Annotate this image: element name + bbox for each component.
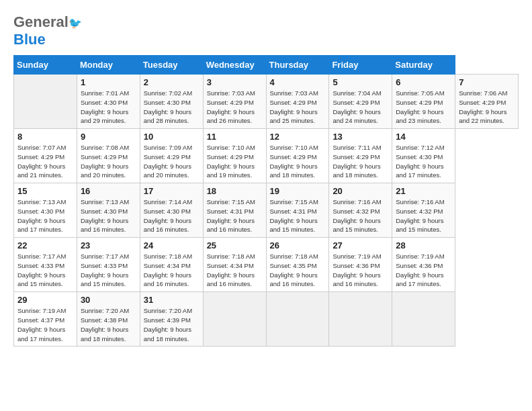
calendar-cell (392, 292, 455, 347)
day-info: Sunrise: 7:15 AM Sunset: 4:31 PM Dayligh… (207, 197, 263, 234)
week-row-2: 8Sunrise: 7:07 AM Sunset: 4:29 PM Daylig… (14, 129, 519, 183)
day-info: Sunrise: 7:18 AM Sunset: 4:34 PM Dayligh… (144, 252, 200, 289)
day-number: 27 (332, 240, 388, 250)
day-info: Sunrise: 7:09 AM Sunset: 4:29 PM Dayligh… (144, 143, 200, 180)
calendar-cell: 25Sunrise: 7:18 AM Sunset: 4:34 PM Dayli… (203, 238, 266, 292)
calendar-cell (14, 75, 77, 129)
day-number: 8 (17, 132, 73, 142)
day-info: Sunrise: 7:19 AM Sunset: 4:37 PM Dayligh… (17, 306, 73, 343)
day-number: 20 (332, 186, 388, 196)
day-number: 12 (270, 132, 326, 142)
calendar-cell: 29Sunrise: 7:19 AM Sunset: 4:37 PM Dayli… (14, 292, 77, 347)
day-number: 30 (81, 295, 136, 305)
day-info: Sunrise: 7:18 AM Sunset: 4:35 PM Dayligh… (270, 252, 326, 289)
calendar-cell: 9Sunrise: 7:08 AM Sunset: 4:29 PM Daylig… (77, 129, 140, 183)
day-number: 11 (207, 132, 263, 142)
calendar-body: 1Sunrise: 7:01 AM Sunset: 4:30 PM Daylig… (14, 75, 519, 347)
day-info: Sunrise: 7:05 AM Sunset: 4:29 PM Dayligh… (396, 89, 451, 126)
day-info: Sunrise: 7:03 AM Sunset: 4:29 PM Dayligh… (207, 89, 263, 126)
weekday-sunday: Sunday (14, 56, 77, 75)
day-number: 16 (81, 186, 136, 196)
calendar-cell: 13Sunrise: 7:11 AM Sunset: 4:29 PM Dayli… (329, 129, 392, 183)
calendar-cell: 23Sunrise: 7:17 AM Sunset: 4:33 PM Dayli… (77, 238, 140, 292)
day-number: 4 (270, 77, 326, 87)
calendar-cell: 6Sunrise: 7:05 AM Sunset: 4:29 PM Daylig… (392, 75, 455, 129)
week-row-4: 22Sunrise: 7:17 AM Sunset: 4:33 PM Dayli… (14, 238, 519, 292)
calendar-cell: 12Sunrise: 7:10 AM Sunset: 4:29 PM Dayli… (266, 129, 329, 183)
day-number: 24 (144, 240, 200, 250)
day-number: 18 (207, 186, 263, 196)
calendar-cell: 19Sunrise: 7:15 AM Sunset: 4:31 PM Dayli… (266, 183, 329, 238)
day-info: Sunrise: 7:10 AM Sunset: 4:29 PM Dayligh… (270, 143, 326, 180)
day-number: 6 (396, 77, 451, 87)
day-number: 5 (332, 77, 388, 87)
day-number: 31 (144, 295, 200, 305)
day-info: Sunrise: 7:01 AM Sunset: 4:30 PM Dayligh… (81, 89, 136, 126)
day-info: Sunrise: 7:13 AM Sunset: 4:30 PM Dayligh… (17, 197, 73, 234)
calendar-header: SundayMondayTuesdayWednesdayThursdayFrid… (14, 56, 519, 75)
day-info: Sunrise: 7:19 AM Sunset: 4:36 PM Dayligh… (332, 252, 388, 289)
day-info: Sunrise: 7:20 AM Sunset: 4:39 PM Dayligh… (144, 306, 200, 343)
day-info: Sunrise: 7:15 AM Sunset: 4:31 PM Dayligh… (270, 197, 326, 234)
day-number: 2 (144, 77, 200, 87)
day-info: Sunrise: 7:17 AM Sunset: 4:33 PM Dayligh… (17, 252, 73, 289)
header: General🐦 Blue (13, 13, 519, 48)
day-info: Sunrise: 7:04 AM Sunset: 4:29 PM Dayligh… (332, 89, 388, 126)
calendar-cell: 3Sunrise: 7:03 AM Sunset: 4:29 PM Daylig… (203, 75, 266, 129)
calendar-cell: 18Sunrise: 7:15 AM Sunset: 4:31 PM Dayli… (203, 183, 266, 238)
day-info: Sunrise: 7:20 AM Sunset: 4:38 PM Dayligh… (81, 306, 136, 343)
weekday-header-row: SundayMondayTuesdayWednesdayThursdayFrid… (14, 56, 519, 75)
weekday-wednesday: Wednesday (203, 56, 266, 75)
day-info: Sunrise: 7:12 AM Sunset: 4:30 PM Dayligh… (396, 143, 451, 180)
calendar-cell: 20Sunrise: 7:16 AM Sunset: 4:32 PM Dayli… (329, 183, 392, 238)
calendar-cell: 10Sunrise: 7:09 AM Sunset: 4:29 PM Dayli… (140, 129, 203, 183)
day-info: Sunrise: 7:10 AM Sunset: 4:29 PM Dayligh… (207, 143, 263, 180)
day-number: 9 (81, 132, 136, 142)
day-info: Sunrise: 7:16 AM Sunset: 4:32 PM Dayligh… (396, 197, 451, 234)
day-number: 22 (17, 240, 73, 250)
day-number: 25 (207, 240, 263, 250)
weekday-tuesday: Tuesday (140, 56, 203, 75)
calendar-cell: 7Sunrise: 7:06 AM Sunset: 4:29 PM Daylig… (455, 75, 519, 129)
calendar-cell: 27Sunrise: 7:19 AM Sunset: 4:36 PM Dayli… (329, 238, 392, 292)
calendar-table: SundayMondayTuesdayWednesdayThursdayFrid… (13, 55, 519, 347)
weekday-thursday: Thursday (266, 56, 329, 75)
calendar-cell: 2Sunrise: 7:02 AM Sunset: 4:30 PM Daylig… (140, 75, 203, 129)
day-number: 1 (81, 77, 136, 87)
day-number: 7 (459, 77, 515, 87)
day-number: 17 (144, 186, 200, 196)
calendar-cell: 21Sunrise: 7:16 AM Sunset: 4:32 PM Dayli… (392, 183, 455, 238)
day-info: Sunrise: 7:14 AM Sunset: 4:30 PM Dayligh… (144, 197, 200, 234)
logo-blue: Blue (13, 31, 46, 48)
day-info: Sunrise: 7:08 AM Sunset: 4:29 PM Dayligh… (81, 143, 136, 180)
calendar-cell: 16Sunrise: 7:13 AM Sunset: 4:30 PM Dayli… (77, 183, 140, 238)
week-row-1: 1Sunrise: 7:01 AM Sunset: 4:30 PM Daylig… (14, 75, 519, 129)
calendar-cell: 26Sunrise: 7:18 AM Sunset: 4:35 PM Dayli… (266, 238, 329, 292)
day-info: Sunrise: 7:17 AM Sunset: 4:33 PM Dayligh… (81, 252, 136, 289)
day-number: 3 (207, 77, 263, 87)
logo: General🐦 Blue (13, 13, 82, 48)
day-number: 23 (81, 240, 136, 250)
day-info: Sunrise: 7:07 AM Sunset: 4:29 PM Dayligh… (17, 143, 73, 180)
calendar-cell: 15Sunrise: 7:13 AM Sunset: 4:30 PM Dayli… (14, 183, 77, 238)
calendar-cell (266, 292, 329, 347)
day-number: 26 (270, 240, 326, 250)
day-info: Sunrise: 7:11 AM Sunset: 4:29 PM Dayligh… (332, 143, 388, 180)
calendar-cell: 5Sunrise: 7:04 AM Sunset: 4:29 PM Daylig… (329, 75, 392, 129)
calendar-cell: 14Sunrise: 7:12 AM Sunset: 4:30 PM Dayli… (392, 129, 455, 183)
calendar-cell: 22Sunrise: 7:17 AM Sunset: 4:33 PM Dayli… (14, 238, 77, 292)
day-number: 19 (270, 186, 326, 196)
logo-general: General (13, 13, 69, 30)
calendar-cell: 4Sunrise: 7:03 AM Sunset: 4:29 PM Daylig… (266, 75, 329, 129)
weekday-monday: Monday (77, 56, 140, 75)
calendar-cell (203, 292, 266, 347)
day-number: 28 (396, 240, 451, 250)
day-number: 15 (17, 186, 73, 196)
calendar-cell (329, 292, 392, 347)
day-number: 29 (17, 295, 73, 305)
day-number: 14 (396, 132, 451, 142)
day-info: Sunrise: 7:06 AM Sunset: 4:29 PM Dayligh… (459, 89, 515, 126)
day-number: 21 (396, 186, 451, 196)
day-info: Sunrise: 7:03 AM Sunset: 4:29 PM Dayligh… (270, 89, 326, 126)
calendar-cell: 24Sunrise: 7:18 AM Sunset: 4:34 PM Dayli… (140, 238, 203, 292)
